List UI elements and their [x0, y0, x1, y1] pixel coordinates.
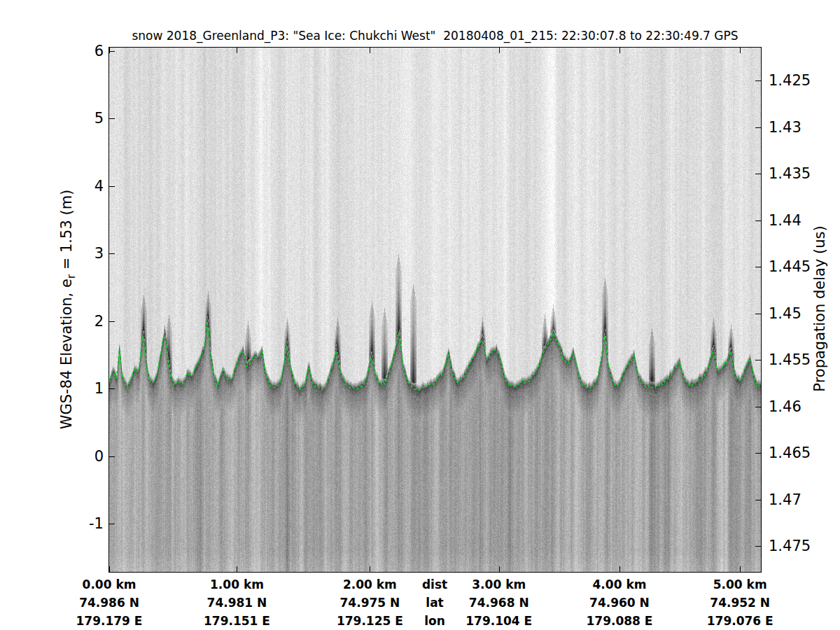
chart-title: snow 2018_Greenland_P3: "Sea Ice: Chukch…	[109, 29, 761, 43]
x-tick-lat: 74.981 N	[204, 594, 270, 612]
x-tick-label: 3.00 km74.968 N179.104 E	[465, 575, 532, 630]
y-tick-label-right: 1.475	[769, 538, 832, 555]
x-tick-lon: 179.088 E	[586, 612, 652, 630]
x-tick-label: 0.00 km74.986 N179.179 E	[76, 575, 143, 630]
x-tick-km: dist	[422, 575, 447, 594]
x-tick-lat: 74.975 N	[337, 594, 403, 612]
x-tick-lon: lon	[422, 612, 447, 630]
y-tick-label-right: 1.435	[769, 165, 832, 183]
x-tick-km: 3.00 km	[465, 575, 532, 594]
x-tick-km: 5.00 km	[707, 575, 774, 594]
x-tick-label: 1.00 km74.981 N179.151 E	[204, 575, 270, 630]
x-tick-km: 2.00 km	[337, 575, 403, 594]
y-tick-label-left: 0	[62, 448, 104, 465]
x-tick-lat: 74.960 N	[586, 594, 652, 612]
y-tick-label-right: 1.445	[769, 258, 832, 276]
y-tick-label-right: 1.43	[769, 119, 832, 136]
x-tick-label: 5.00 km74.952 N179.076 E	[707, 575, 774, 630]
y-tick-label-right: 1.465	[769, 444, 832, 462]
x-tick-lon: 179.151 E	[204, 612, 270, 630]
y-axis-label-left-sub: r	[65, 274, 78, 279]
x-tick-lon: 179.125 E	[337, 612, 403, 630]
echogram-canvas	[108, 47, 762, 573]
x-tick-lon: 179.104 E	[465, 612, 532, 630]
x-tick-lon: 179.076 E	[707, 612, 774, 630]
x-tick-lat: 74.952 N	[707, 594, 774, 612]
y-tick-label-left: 3	[62, 245, 104, 262]
y-axis-label-left-pre: WGS-84 Elevation, e	[58, 279, 75, 429]
x-axis-header: distlatlon	[422, 575, 447, 630]
y-tick-label-left: 6	[62, 43, 104, 60]
x-tick-lat: 74.986 N	[76, 594, 143, 612]
x-tick-lat: 74.968 N	[465, 594, 532, 612]
y-tick-label-left: 5	[62, 110, 104, 127]
x-tick-lat: lat	[422, 594, 447, 612]
y-tick-label-right: 1.46	[769, 398, 832, 416]
y-tick-label-left: 1	[62, 380, 104, 398]
x-tick-label: 4.00 km74.960 N179.088 E	[586, 575, 652, 630]
y-tick-label-right: 1.455	[769, 351, 832, 369]
figure-root: snow 2018_Greenland_P3: "Sea Ice: Chukch…	[0, 0, 840, 630]
x-tick-label: 2.00 km74.975 N179.125 E	[337, 575, 403, 630]
y-tick-label-left: 2	[62, 313, 104, 330]
y-tick-label-right: 1.45	[769, 305, 832, 323]
y-tick-label-left: -1	[62, 515, 104, 533]
x-tick-lon: 179.179 E	[76, 612, 143, 630]
x-tick-km: 4.00 km	[586, 575, 652, 594]
y-tick-label-right: 1.47	[769, 491, 832, 509]
x-tick-km: 0.00 km	[76, 575, 143, 594]
x-tick-km: 1.00 km	[204, 575, 270, 594]
y-tick-label-right: 1.44	[769, 212, 832, 230]
y-tick-label-left: 4	[62, 178, 104, 195]
y-tick-label-right: 1.425	[769, 72, 832, 90]
